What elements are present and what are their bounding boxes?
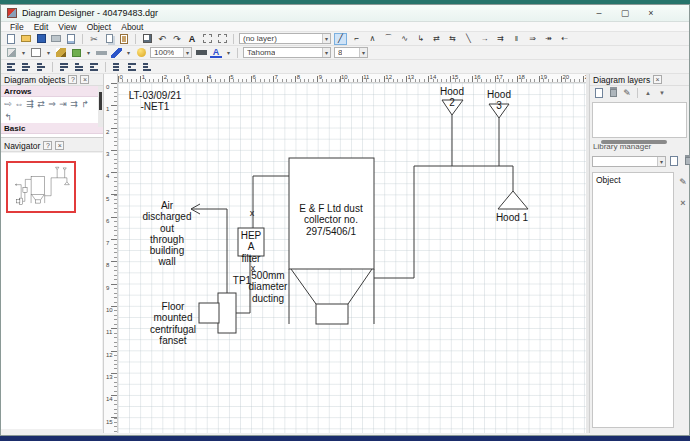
arrow-filled-button[interactable]: ↠ xyxy=(542,33,555,45)
line-width-icon[interactable] xyxy=(95,47,107,59)
line-double-arrow-1-button[interactable]: ⇄ xyxy=(430,33,443,45)
swatch-dropdown[interactable]: ▾ xyxy=(85,47,92,59)
duct-line[interactable] xyxy=(348,269,372,304)
pen-color-icon[interactable] xyxy=(110,47,122,59)
insert-shape-icon[interactable] xyxy=(141,33,153,45)
navigator-pin-button[interactable]: ? xyxy=(43,141,52,150)
align-center-icon[interactable] xyxy=(20,61,32,72)
hepa-filter-box[interactable] xyxy=(23,188,27,192)
delete-library-icon[interactable] xyxy=(682,155,690,167)
distribute-vertical-icon[interactable] xyxy=(126,61,138,72)
resize-selection-icon[interactable] xyxy=(216,33,228,45)
menu-about[interactable]: About xyxy=(116,22,148,32)
select-area-icon[interactable] xyxy=(201,33,213,45)
align-right-icon[interactable] xyxy=(35,61,47,72)
layers-close-button[interactable]: × xyxy=(653,75,662,84)
arrow-shape-icon[interactable]: ↰ xyxy=(3,112,13,122)
cut-icon[interactable]: ✂ xyxy=(88,33,100,45)
arrow-shape-icon[interactable]: ⇉ xyxy=(69,99,79,109)
objects-close-button[interactable]: × xyxy=(80,75,89,84)
fan-body[interactable] xyxy=(218,293,236,333)
hepa-filter-label[interactable]: HEP A filter xyxy=(241,230,262,264)
print-preview-icon[interactable] xyxy=(65,33,77,45)
group-arrows[interactable]: Arrows xyxy=(1,86,103,97)
hopper-outlet[interactable] xyxy=(316,304,348,324)
gradient-icon[interactable] xyxy=(135,47,147,59)
arrow-shape-icon[interactable]: ⇔ xyxy=(14,99,24,109)
align-bottom-icon[interactable] xyxy=(88,61,100,72)
hood-3-label[interactable]: Hood 3 xyxy=(487,89,511,112)
panel-divider-handle[interactable] xyxy=(601,140,667,144)
duct-line[interactable] xyxy=(191,209,200,214)
hood-1-label[interactable]: Hood 1 xyxy=(496,212,528,223)
duct-line[interactable] xyxy=(41,194,45,200)
fan-inlet[interactable] xyxy=(199,303,219,323)
duct-line[interactable] xyxy=(191,204,200,209)
font-size-select[interactable]: 8▾ xyxy=(334,47,368,58)
group-basic[interactable]: Basic xyxy=(1,123,103,134)
hood-1-funnel[interactable] xyxy=(65,182,70,185)
insert-text-icon[interactable]: A xyxy=(186,33,198,45)
arrow-thick-button[interactable]: ⇒ xyxy=(526,33,539,45)
list-item[interactable]: Object xyxy=(596,175,670,185)
hood-1-funnel[interactable] xyxy=(498,191,528,209)
align-middle-icon[interactable] xyxy=(73,61,85,72)
edit-object-icon[interactable]: ✎ xyxy=(677,176,689,188)
line-arc-button[interactable]: ⌒ xyxy=(382,33,395,45)
delete-layer-icon[interactable] xyxy=(607,87,619,99)
color-swatch-icon[interactable] xyxy=(70,47,82,59)
ducting-label[interactable]: 500mm diameter ducting xyxy=(249,270,288,304)
hopper-outlet[interactable] xyxy=(35,200,40,203)
menu-edit[interactable]: Edit xyxy=(29,22,54,32)
fan-inlet[interactable] xyxy=(17,200,20,203)
line-backslash-button[interactable]: ╲ xyxy=(462,33,475,45)
line-straight-button[interactable]: ╱ xyxy=(334,33,347,45)
font-color-dropdown[interactable]: ▾ xyxy=(225,47,232,59)
hood-2-label[interactable]: Hood 2 xyxy=(440,86,464,109)
shape-dropdown[interactable]: ▾ xyxy=(45,47,52,59)
line-double-arrow-2-button[interactable]: ⇆ xyxy=(446,33,459,45)
close-button[interactable]: × xyxy=(645,8,657,18)
objects-scrollbar[interactable] xyxy=(98,86,103,127)
arrow-shape-icon[interactable]: ⇥ xyxy=(58,99,68,109)
rotate-right-icon[interactable]: ↷ xyxy=(171,33,183,45)
align-top-icon[interactable] xyxy=(58,61,70,72)
arrow-shape-icon[interactable]: ⇨ xyxy=(3,99,13,109)
brush-icon[interactable] xyxy=(55,47,67,59)
duct-line[interactable] xyxy=(291,269,316,304)
distribute-horizontal-icon[interactable] xyxy=(111,61,123,72)
title-bar[interactable]: Diagram Designer - 40479483.dgr – ▢ × xyxy=(1,5,689,22)
line-elbow-arrow-button[interactable]: ↳ xyxy=(414,33,427,45)
arrow-shape-icon[interactable]: ⇄ xyxy=(36,99,46,109)
arrow-shape-icon[interactable]: ↱ xyxy=(80,99,90,109)
test-point-mark-1[interactable]: x xyxy=(250,208,255,219)
shape-style-icon[interactable] xyxy=(30,47,42,59)
duct-line[interactable] xyxy=(31,194,35,200)
line-elbow-button[interactable]: ⌐ xyxy=(350,33,363,45)
line-wave-button[interactable]: ∿ xyxy=(398,33,411,45)
navigator-viewport[interactable] xyxy=(6,161,76,213)
layer-select[interactable]: (no layer)▾ xyxy=(239,33,331,44)
library-object-list[interactable]: Object xyxy=(592,172,674,428)
scrollbar-thumb[interactable] xyxy=(99,92,102,110)
drawing-ref-label[interactable]: LT-03/09/21 -NET1 xyxy=(129,90,182,113)
open-file-icon[interactable] xyxy=(20,33,32,45)
minimize-button[interactable]: – xyxy=(593,8,605,18)
arrow-shape-icon[interactable]: ⇒ xyxy=(47,99,57,109)
line-parallel-button[interactable]: ‖ xyxy=(510,33,523,45)
menu-view[interactable]: View xyxy=(53,22,81,32)
move-layer-up-icon[interactable]: ▲ xyxy=(642,87,654,99)
menu-file[interactable]: File xyxy=(5,22,29,32)
new-library-icon[interactable] xyxy=(668,155,680,167)
font-color-icon[interactable]: A xyxy=(210,47,222,58)
arrow-plain-button[interactable]: → xyxy=(478,33,491,45)
fill-color-icon[interactable] xyxy=(5,47,17,59)
paste-icon[interactable] xyxy=(118,33,130,45)
pen-dropdown[interactable]: ▾ xyxy=(125,47,132,59)
arrow-double-button[interactable]: ⇉ xyxy=(494,33,507,45)
dust-collector-body[interactable] xyxy=(31,177,45,195)
copy-icon[interactable] xyxy=(103,33,115,45)
object-colors-icon[interactable] xyxy=(677,218,689,230)
new-file-icon[interactable] xyxy=(5,33,17,45)
fan-body[interactable] xyxy=(20,198,23,204)
